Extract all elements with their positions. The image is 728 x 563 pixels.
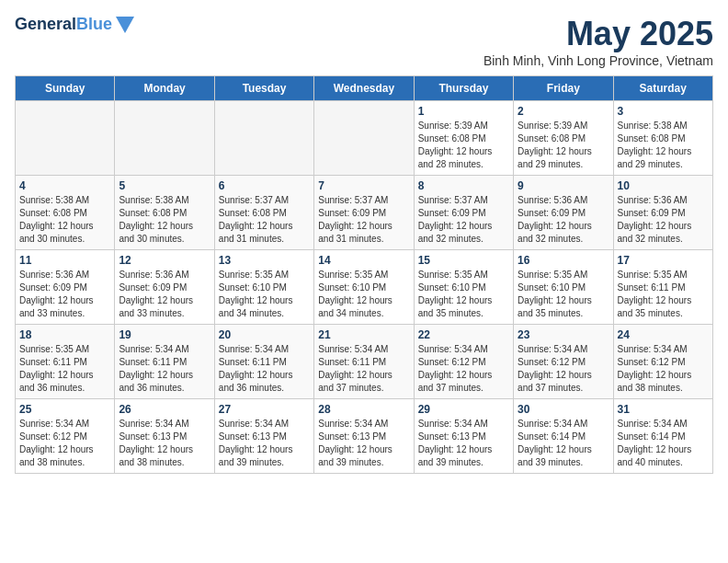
day-info: Sunrise: 5:34 AM Sunset: 6:14 PM Dayligh… [518, 418, 609, 469]
day-info: Sunrise: 5:34 AM Sunset: 6:14 PM Dayligh… [618, 418, 709, 469]
day-number: 29 [418, 403, 509, 416]
day-info: Sunrise: 5:34 AM Sunset: 6:11 PM Dayligh… [318, 343, 409, 395]
calendar-cell: 21Sunrise: 5:34 AM Sunset: 6:11 PM Dayli… [314, 325, 414, 399]
day-number: 25 [19, 403, 110, 416]
calendar-cell: 15Sunrise: 5:35 AM Sunset: 6:10 PM Dayli… [414, 250, 513, 325]
day-info: Sunrise: 5:34 AM Sunset: 6:12 PM Dayligh… [618, 343, 709, 395]
day-info: Sunrise: 5:34 AM Sunset: 6:12 PM Dayligh… [418, 343, 509, 395]
calendar-cell: 9Sunrise: 5:36 AM Sunset: 6:09 PM Daylig… [514, 176, 613, 250]
column-header-wednesday: Wednesday [314, 76, 414, 101]
calendar-cell [115, 101, 214, 176]
day-number: 4 [19, 179, 110, 192]
day-info: Sunrise: 5:35 AM Sunset: 6:11 PM Dayligh… [618, 269, 709, 320]
day-number: 15 [418, 254, 509, 267]
calendar-cell: 29Sunrise: 5:34 AM Sunset: 6:13 PM Dayli… [414, 399, 513, 474]
day-info: Sunrise: 5:37 AM Sunset: 6:08 PM Dayligh… [219, 194, 310, 246]
calendar-cell: 26Sunrise: 5:34 AM Sunset: 6:13 PM Dayli… [115, 399, 214, 474]
day-info: Sunrise: 5:34 AM Sunset: 6:13 PM Dayligh… [418, 418, 509, 469]
day-info: Sunrise: 5:39 AM Sunset: 6:08 PM Dayligh… [418, 120, 509, 171]
calendar-header-row: SundayMondayTuesdayWednesdayThursdayFrid… [16, 76, 713, 101]
calendar-cell: 4Sunrise: 5:38 AM Sunset: 6:08 PM Daylig… [16, 176, 115, 250]
column-header-tuesday: Tuesday [214, 76, 313, 101]
day-number: 23 [518, 328, 609, 341]
calendar-cell: 28Sunrise: 5:34 AM Sunset: 6:13 PM Dayli… [314, 399, 414, 474]
column-header-saturday: Saturday [613, 76, 712, 101]
day-info: Sunrise: 5:34 AM Sunset: 6:12 PM Dayligh… [518, 343, 609, 395]
calendar-cell [314, 101, 414, 176]
day-number: 3 [618, 105, 709, 118]
calendar-cell: 30Sunrise: 5:34 AM Sunset: 6:14 PM Dayli… [514, 399, 613, 474]
day-info: Sunrise: 5:37 AM Sunset: 6:09 PM Dayligh… [318, 194, 409, 246]
day-number: 13 [219, 254, 310, 267]
day-info: Sunrise: 5:37 AM Sunset: 6:09 PM Dayligh… [418, 194, 509, 246]
day-info: Sunrise: 5:34 AM Sunset: 6:11 PM Dayligh… [119, 343, 210, 395]
day-info: Sunrise: 5:35 AM Sunset: 6:11 PM Dayligh… [19, 343, 110, 395]
week-row-5: 25Sunrise: 5:34 AM Sunset: 6:12 PM Dayli… [16, 399, 713, 474]
day-number: 24 [618, 328, 709, 341]
day-number: 28 [318, 403, 409, 416]
subtitle: Binh Minh, Vinh Long Province, Vietnam [483, 53, 713, 68]
day-number: 19 [119, 328, 210, 341]
day-info: Sunrise: 5:34 AM Sunset: 6:13 PM Dayligh… [219, 418, 310, 469]
calendar-cell: 16Sunrise: 5:35 AM Sunset: 6:10 PM Dayli… [514, 250, 613, 325]
day-number: 14 [318, 254, 409, 267]
day-number: 17 [618, 254, 709, 267]
calendar-cell [16, 101, 115, 176]
day-info: Sunrise: 5:35 AM Sunset: 6:10 PM Dayligh… [219, 269, 310, 320]
day-number: 11 [19, 254, 110, 267]
calendar-cell: 7Sunrise: 5:37 AM Sunset: 6:09 PM Daylig… [314, 176, 414, 250]
day-info: Sunrise: 5:34 AM Sunset: 6:11 PM Dayligh… [219, 343, 310, 395]
day-number: 2 [518, 105, 609, 118]
calendar-body: 1Sunrise: 5:39 AM Sunset: 6:08 PM Daylig… [16, 101, 713, 474]
day-number: 10 [618, 179, 709, 192]
day-info: Sunrise: 5:36 AM Sunset: 6:09 PM Dayligh… [19, 269, 110, 320]
calendar-cell: 18Sunrise: 5:35 AM Sunset: 6:11 PM Dayli… [16, 325, 115, 399]
day-number: 31 [618, 403, 709, 416]
column-header-friday: Friday [514, 76, 613, 101]
day-number: 16 [518, 254, 609, 267]
week-row-2: 4Sunrise: 5:38 AM Sunset: 6:08 PM Daylig… [16, 176, 713, 250]
logo-arrow-icon [116, 17, 134, 33]
calendar-cell: 19Sunrise: 5:34 AM Sunset: 6:11 PM Dayli… [115, 325, 214, 399]
calendar-cell: 17Sunrise: 5:35 AM Sunset: 6:11 PM Dayli… [613, 250, 712, 325]
page-header: GeneralBlue May 2025 Binh Minh, Vinh Lon… [15, 15, 713, 68]
day-number: 6 [219, 179, 310, 192]
day-info: Sunrise: 5:35 AM Sunset: 6:10 PM Dayligh… [518, 269, 609, 320]
day-info: Sunrise: 5:36 AM Sunset: 6:09 PM Dayligh… [119, 269, 210, 320]
calendar-cell: 5Sunrise: 5:38 AM Sunset: 6:08 PM Daylig… [115, 176, 214, 250]
week-row-1: 1Sunrise: 5:39 AM Sunset: 6:08 PM Daylig… [16, 101, 713, 176]
calendar-cell: 22Sunrise: 5:34 AM Sunset: 6:12 PM Dayli… [414, 325, 513, 399]
week-row-3: 11Sunrise: 5:36 AM Sunset: 6:09 PM Dayli… [16, 250, 713, 325]
day-number: 20 [219, 328, 310, 341]
column-header-thursday: Thursday [414, 76, 513, 101]
day-info: Sunrise: 5:38 AM Sunset: 6:08 PM Dayligh… [19, 194, 110, 246]
calendar-cell: 6Sunrise: 5:37 AM Sunset: 6:08 PM Daylig… [214, 176, 313, 250]
day-number: 1 [418, 105, 509, 118]
week-row-4: 18Sunrise: 5:35 AM Sunset: 6:11 PM Dayli… [16, 325, 713, 399]
calendar-cell: 24Sunrise: 5:34 AM Sunset: 6:12 PM Dayli… [613, 325, 712, 399]
column-header-monday: Monday [115, 76, 214, 101]
logo-text: GeneralBlue [15, 15, 112, 34]
day-info: Sunrise: 5:35 AM Sunset: 6:10 PM Dayligh… [318, 269, 409, 320]
logo: GeneralBlue [15, 15, 134, 34]
svg-marker-0 [116, 17, 134, 33]
day-info: Sunrise: 5:36 AM Sunset: 6:09 PM Dayligh… [618, 194, 709, 246]
calendar-cell [214, 101, 313, 176]
day-info: Sunrise: 5:38 AM Sunset: 6:08 PM Dayligh… [119, 194, 210, 246]
day-info: Sunrise: 5:34 AM Sunset: 6:13 PM Dayligh… [318, 418, 409, 469]
title-block: May 2025 Binh Minh, Vinh Long Province, … [483, 15, 713, 68]
calendar-table: SundayMondayTuesdayWednesdayThursdayFrid… [15, 75, 713, 474]
day-number: 18 [19, 328, 110, 341]
calendar-cell: 1Sunrise: 5:39 AM Sunset: 6:08 PM Daylig… [414, 101, 513, 176]
day-number: 12 [119, 254, 210, 267]
calendar-cell: 14Sunrise: 5:35 AM Sunset: 6:10 PM Dayli… [314, 250, 414, 325]
calendar-cell: 8Sunrise: 5:37 AM Sunset: 6:09 PM Daylig… [414, 176, 513, 250]
day-info: Sunrise: 5:35 AM Sunset: 6:10 PM Dayligh… [418, 269, 509, 320]
day-info: Sunrise: 5:38 AM Sunset: 6:08 PM Dayligh… [618, 120, 709, 171]
day-number: 26 [119, 403, 210, 416]
calendar-cell: 13Sunrise: 5:35 AM Sunset: 6:10 PM Dayli… [214, 250, 313, 325]
day-info: Sunrise: 5:36 AM Sunset: 6:09 PM Dayligh… [518, 194, 609, 246]
day-number: 8 [418, 179, 509, 192]
calendar-cell: 2Sunrise: 5:39 AM Sunset: 6:08 PM Daylig… [514, 101, 613, 176]
day-number: 21 [318, 328, 409, 341]
